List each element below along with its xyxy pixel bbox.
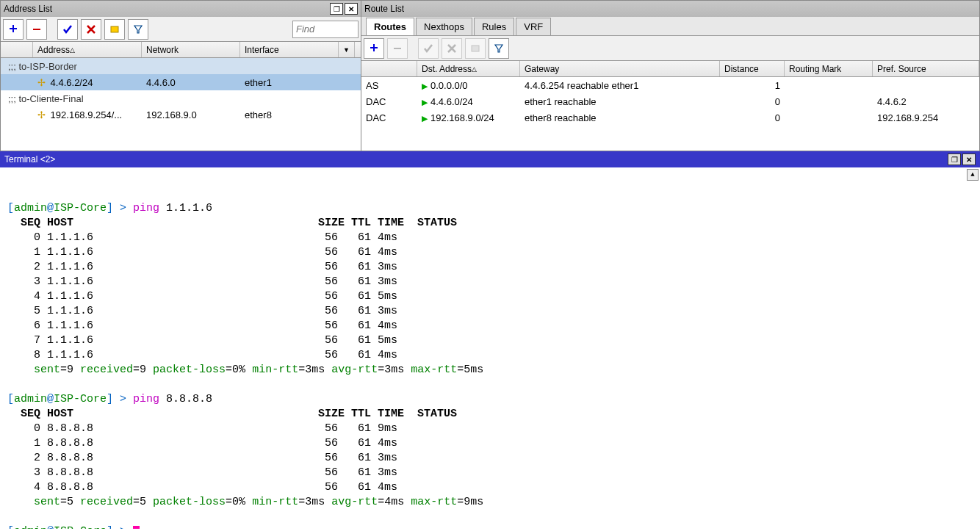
- enable-button[interactable]: [57, 19, 78, 40]
- tab-vrf[interactable]: VRF: [516, 18, 551, 35]
- route-tabs: RoutesNexthopsRulesVRF: [361, 17, 979, 36]
- restore-button[interactable]: [330, 3, 343, 15]
- comment-button[interactable]: [104, 19, 125, 40]
- flag-column[interactable]: [1, 42, 33, 57]
- svg-rect-3: [472, 46, 479, 51]
- route-list-panel: Route List RoutesNexthopsRulesVRF Dst. A…: [361, 0, 980, 151]
- terminal-titlebar: Terminal <2>: [0, 151, 980, 167]
- flags-column[interactable]: [361, 61, 417, 76]
- close-button[interactable]: [962, 153, 976, 165]
- active-icon: ▶: [422, 98, 428, 106]
- terminal-output[interactable]: ▲ [admin@ISP-Core] > ping 1.1.1.6 SEQ HO…: [0, 167, 980, 529]
- remove-button[interactable]: [26, 19, 47, 40]
- network-column[interactable]: Network: [142, 42, 240, 57]
- add-button[interactable]: [3, 19, 24, 40]
- tab-rules[interactable]: Rules: [474, 18, 514, 35]
- address-column[interactable]: Address: [33, 42, 142, 57]
- svg-rect-2: [394, 48, 401, 49]
- route-row[interactable]: DAC▶4.4.6.0/24ether1 reachable04.4.6.2: [361, 93, 979, 109]
- address-row[interactable]: ✢ 192.168.9.254/...192.168.9.0ether8: [1, 106, 361, 123]
- tab-routes[interactable]: Routes: [366, 18, 414, 35]
- address-icon: ✢: [37, 109, 48, 120]
- comment-row[interactable]: ;;; to-ISP-Border: [1, 58, 361, 74]
- route-list-titlebar: Route List: [361, 1, 979, 17]
- tab-nexthops[interactable]: Nexthops: [416, 18, 472, 35]
- svg-rect-0: [33, 29, 40, 30]
- route-list-title: Route List: [364, 4, 404, 14]
- disable-button[interactable]: [442, 38, 462, 59]
- routing-mark-column[interactable]: Routing Mark: [785, 61, 873, 76]
- find-input[interactable]: [292, 21, 359, 38]
- dst-column[interactable]: Dst. Address: [417, 61, 520, 76]
- pref-source-column[interactable]: Pref. Source: [873, 61, 979, 76]
- filter-button[interactable]: [128, 19, 148, 40]
- comment-row[interactable]: ;;; to-Cliente-Final: [1, 90, 361, 106]
- distance-column[interactable]: Distance: [720, 61, 785, 76]
- route-toolbar: [361, 36, 979, 61]
- address-toolbar: [1, 17, 361, 42]
- address-table-header: Address Network Interface: [1, 42, 361, 58]
- address-table-body: ;;; to-ISP-Border✢ 4.4.6.2/244.4.6.0ethe…: [1, 58, 361, 151]
- column-dropdown[interactable]: [339, 42, 355, 57]
- active-icon: ▶: [422, 114, 428, 123]
- address-list-titlebar: Address List: [1, 1, 361, 17]
- address-row[interactable]: ✢ 4.4.6.2/244.4.6.0ether1: [1, 74, 361, 90]
- svg-rect-1: [111, 26, 118, 32]
- comment-button[interactable]: [465, 38, 486, 59]
- route-row[interactable]: AS▶0.0.0.0/04.4.6.254 reachable ether11: [361, 77, 979, 93]
- address-list-title: Address List: [4, 4, 52, 14]
- gateway-column[interactable]: Gateway: [520, 61, 720, 76]
- disable-button[interactable]: [81, 19, 101, 40]
- active-icon: ▶: [422, 82, 428, 90]
- add-button[interactable]: [364, 38, 384, 59]
- terminal-title: Terminal <2>: [4, 154, 55, 165]
- enable-button[interactable]: [418, 38, 439, 59]
- scroll-up-button[interactable]: ▲: [967, 169, 979, 181]
- route-table-header: Dst. Address Gateway Distance Routing Ma…: [361, 61, 979, 77]
- close-button[interactable]: [345, 3, 358, 15]
- route-row[interactable]: DAC▶192.168.9.0/24ether8 reachable0192.1…: [361, 109, 979, 126]
- address-list-panel: Address List Address Network Interface ;…: [0, 0, 361, 151]
- route-table-body: AS▶0.0.0.0/04.4.6.254 reachable ether11D…: [361, 77, 979, 151]
- restore-button[interactable]: [948, 153, 961, 165]
- interface-column[interactable]: Interface: [240, 42, 339, 57]
- remove-button[interactable]: [387, 38, 408, 59]
- filter-button[interactable]: [489, 38, 509, 59]
- address-icon: ✢: [37, 77, 48, 88]
